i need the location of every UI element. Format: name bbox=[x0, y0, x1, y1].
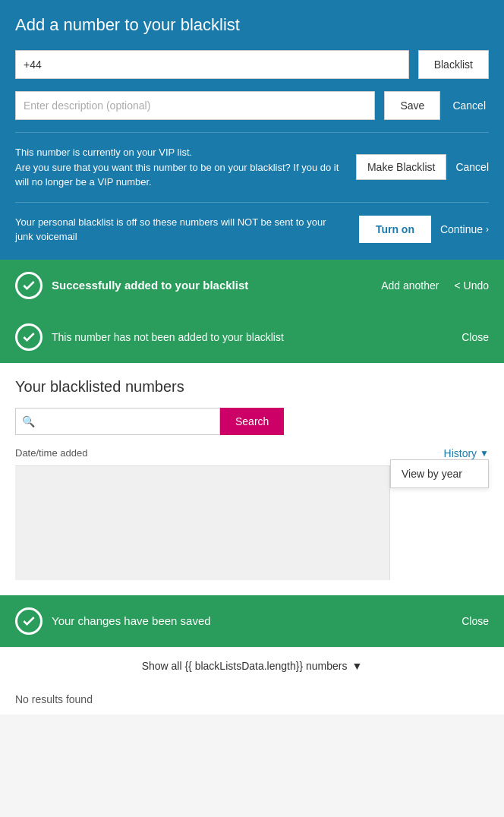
phone-input-row: Blacklist bbox=[15, 50, 489, 79]
blacklisted-numbers-title: Your blacklisted numbers bbox=[15, 378, 489, 396]
chevron-down-icon: ▼ bbox=[480, 448, 489, 459]
no-results-section: No results found bbox=[0, 684, 504, 714]
success-banner: Successfully added to your blacklist Add… bbox=[0, 260, 504, 311]
description-input-row: Save Cancel bbox=[15, 91, 489, 120]
table-header-row: Date/time added History ▼ View by year bbox=[15, 447, 489, 466]
not-added-banner: This number has not been added to your b… bbox=[0, 311, 504, 363]
show-all-text: Show all {{ blackListsData.length}} numb… bbox=[142, 660, 348, 672]
history-panel: View by year bbox=[390, 459, 489, 488]
show-all-section: Show all {{ blackListsData.length}} numb… bbox=[0, 647, 504, 684]
vip-warning-box: This number is currently on your VIP lis… bbox=[15, 132, 489, 202]
search-button[interactable]: Search bbox=[220, 408, 284, 435]
turn-on-button[interactable]: Turn on bbox=[359, 216, 431, 243]
vip-warning-actions: Make Blacklist Cancel bbox=[356, 154, 489, 180]
not-added-text: This number has not been added to your b… bbox=[52, 331, 284, 343]
continue-button[interactable]: Continue › bbox=[440, 223, 489, 235]
changes-saved-icon bbox=[15, 607, 43, 635]
show-all-chevron-icon: ▼ bbox=[351, 660, 362, 672]
table-left bbox=[15, 466, 390, 580]
page-title: Add a number to your blacklist bbox=[15, 15, 489, 35]
not-added-check-icon bbox=[15, 323, 43, 351]
no-results-text: No results found bbox=[15, 693, 93, 705]
phone-number-input[interactable] bbox=[15, 50, 409, 79]
history-label: History bbox=[444, 447, 477, 459]
changes-saved-banner: Your changes have been saved Close bbox=[0, 595, 504, 647]
blacklist-button[interactable]: Blacklist bbox=[418, 50, 489, 79]
blacklist-section: Your blacklisted numbers 🔍 Search Date/t… bbox=[0, 363, 504, 595]
add-another-button[interactable]: Add another bbox=[381, 279, 439, 292]
search-icon: 🔍 bbox=[22, 415, 35, 427]
undo-button[interactable]: < Undo bbox=[454, 279, 489, 292]
vip-warning-text: This number is currently on your VIP lis… bbox=[15, 145, 344, 190]
not-added-close-button[interactable]: Close bbox=[461, 331, 489, 343]
turnon-box: Your personal blacklist is off so these … bbox=[15, 202, 489, 260]
top-section: Add a number to your blacklist Blacklist… bbox=[0, 0, 504, 260]
turnon-text: Your personal blacklist is off so these … bbox=[15, 215, 347, 244]
changes-saved-close-button[interactable]: Close bbox=[461, 615, 489, 627]
search-row: 🔍 Search bbox=[15, 408, 489, 435]
description-input[interactable] bbox=[15, 91, 375, 120]
success-banner-inner: Successfully added to your blacklist bbox=[15, 272, 372, 299]
search-wrapper: 🔍 bbox=[15, 408, 220, 435]
chevron-right-icon: › bbox=[486, 224, 489, 235]
turnon-actions: Turn on Continue › bbox=[359, 216, 489, 243]
make-blacklist-button[interactable]: Make Blacklist bbox=[356, 154, 446, 180]
view-by-year-option[interactable]: View by year bbox=[391, 460, 488, 487]
date-time-label: Date/time added bbox=[15, 447, 87, 459]
success-check-icon bbox=[15, 272, 43, 299]
history-dropdown[interactable]: History ▼ View by year bbox=[444, 447, 489, 459]
cancel-button[interactable]: Cancel bbox=[449, 99, 489, 112]
show-all-link[interactable]: Show all {{ blackListsData.length}} numb… bbox=[142, 660, 363, 672]
vip-cancel-button[interactable]: Cancel bbox=[455, 161, 489, 173]
success-text: Successfully added to your blacklist bbox=[52, 279, 248, 292]
search-input[interactable] bbox=[39, 415, 213, 427]
save-button[interactable]: Save bbox=[384, 91, 440, 120]
changes-saved-text: Your changes have been saved bbox=[52, 614, 211, 627]
success-actions: Add another < Undo bbox=[381, 279, 489, 292]
